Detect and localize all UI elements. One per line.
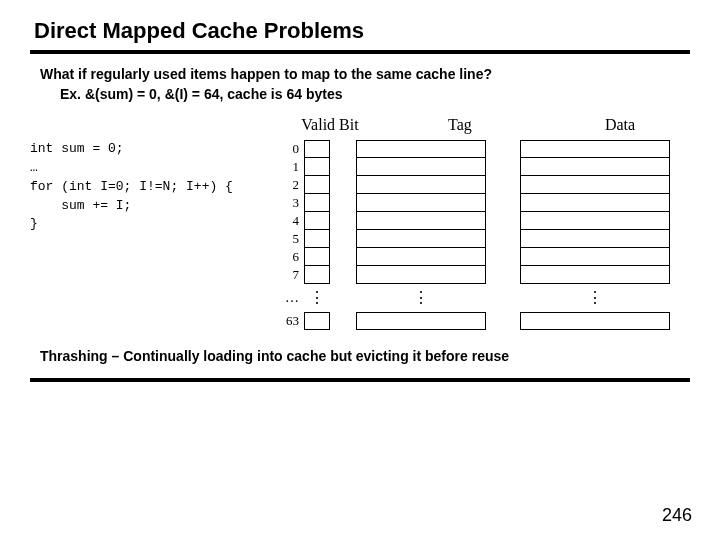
row-index: 5 bbox=[280, 230, 304, 248]
rule-bottom bbox=[30, 378, 690, 382]
row-index: 4 bbox=[280, 212, 304, 230]
valid-cell bbox=[304, 211, 330, 231]
cache-diagram: Valid Bit Tag Data 0 1 2 3 4 5 6 7 … bbox=[280, 116, 700, 330]
data-cell bbox=[520, 193, 670, 213]
data-cell bbox=[520, 157, 670, 177]
cache-row: 2 bbox=[280, 176, 700, 194]
vdots-icon bbox=[520, 288, 670, 308]
code-line: } bbox=[30, 216, 38, 231]
data-cell bbox=[520, 247, 670, 267]
row-index: 0 bbox=[280, 140, 304, 158]
tag-cell bbox=[356, 312, 486, 330]
data-cell bbox=[520, 312, 670, 330]
code-line: … bbox=[30, 160, 38, 175]
code-line: for (int I=0; I!=N; I++) { bbox=[30, 179, 233, 194]
row-index: 63 bbox=[280, 312, 304, 330]
valid-cell bbox=[304, 229, 330, 249]
page-title: Direct Mapped Cache Problems bbox=[34, 18, 690, 44]
data-cell bbox=[520, 265, 670, 285]
valid-cell bbox=[304, 157, 330, 177]
tag-cell bbox=[356, 157, 486, 177]
ellipsis-idx: … bbox=[280, 290, 304, 306]
row-index: 1 bbox=[280, 158, 304, 176]
row-index: 2 bbox=[280, 176, 304, 194]
vdots-icon bbox=[356, 288, 486, 308]
data-cell bbox=[520, 211, 670, 231]
data-cell bbox=[520, 140, 670, 158]
row-index: 7 bbox=[280, 266, 304, 284]
cache-row: 0 bbox=[280, 140, 700, 158]
tag-cell bbox=[356, 211, 486, 231]
cache-rows: 0 1 2 3 4 5 6 7 … 63 bbox=[280, 140, 700, 330]
tag-cell bbox=[356, 175, 486, 195]
header-data: Data bbox=[540, 116, 700, 134]
page-number: 246 bbox=[662, 505, 692, 526]
vdots-icon bbox=[304, 288, 330, 308]
tag-cell bbox=[356, 140, 486, 158]
header-valid: Valid Bit bbox=[280, 116, 380, 134]
code-block: int sum = 0; … for (int I=0; I!=N; I++) … bbox=[30, 140, 280, 234]
valid-cell bbox=[304, 193, 330, 213]
tag-cell bbox=[356, 193, 486, 213]
tag-cell bbox=[356, 229, 486, 249]
cache-row: 7 bbox=[280, 266, 700, 284]
tag-cell bbox=[356, 265, 486, 285]
valid-cell bbox=[304, 175, 330, 195]
thrashing-definition: Thrashing – Continually loading into cac… bbox=[40, 348, 690, 364]
cache-row: 3 bbox=[280, 194, 700, 212]
code-line: int sum = 0; bbox=[30, 141, 124, 156]
rule-top bbox=[30, 50, 690, 54]
valid-cell bbox=[304, 140, 330, 158]
row-index: 6 bbox=[280, 248, 304, 266]
header-tag: Tag bbox=[380, 116, 540, 134]
cache-row: 5 bbox=[280, 230, 700, 248]
cache-row: 63 bbox=[280, 312, 700, 330]
code-line: sum += I; bbox=[30, 198, 131, 213]
tag-cell bbox=[356, 247, 486, 267]
valid-cell bbox=[304, 265, 330, 285]
subhead-question: What if regularly used items happen to m… bbox=[40, 66, 690, 82]
cache-row: 6 bbox=[280, 248, 700, 266]
subhead-example: Ex. &(sum) = 0, &(I) = 64, cache is 64 b… bbox=[60, 86, 690, 102]
valid-cell bbox=[304, 312, 330, 330]
ellipsis-row: … bbox=[280, 284, 700, 312]
row-index: 3 bbox=[280, 194, 304, 212]
data-cell bbox=[520, 229, 670, 249]
cache-row: 4 bbox=[280, 212, 700, 230]
valid-cell bbox=[304, 247, 330, 267]
data-cell bbox=[520, 175, 670, 195]
cache-row: 1 bbox=[280, 158, 700, 176]
